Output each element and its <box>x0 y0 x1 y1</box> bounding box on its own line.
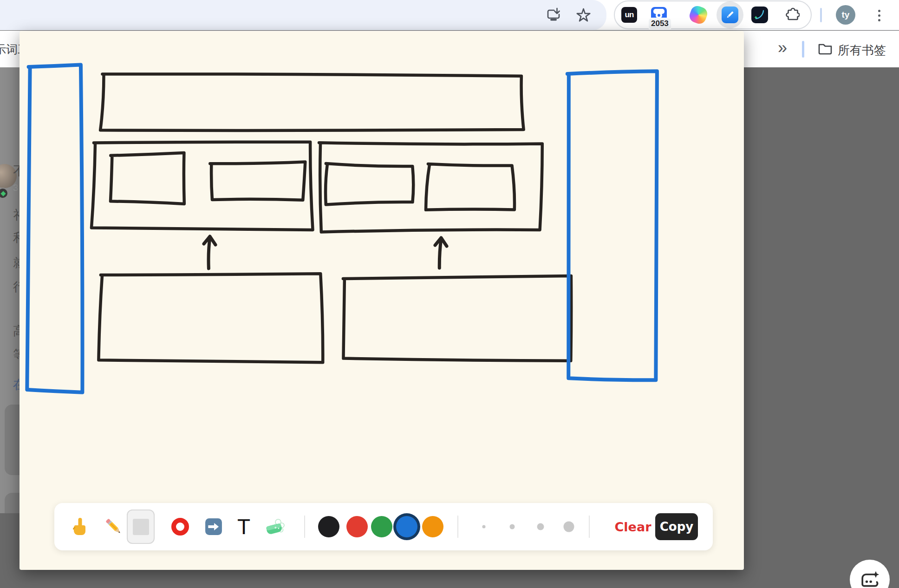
stroke-size-dot-0[interactable] <box>482 525 486 529</box>
background-page-sliver: 不3礼利就行高等在 <box>0 67 20 513</box>
star-glyph <box>575 7 592 24</box>
background-text-snippet: 就 <box>13 255 20 271</box>
extension-curve-icon[interactable] <box>751 7 768 23</box>
extension-annotate-icon[interactable] <box>722 7 738 23</box>
pointer-tool[interactable] <box>72 517 88 536</box>
extension-count-badge: 2053 <box>648 18 672 30</box>
drawn-rectangle-2 <box>111 153 184 204</box>
background-text-snippet: 利 <box>13 229 20 246</box>
drawn-rectangle-7 <box>98 274 323 362</box>
puzzle-glyph <box>783 6 800 22</box>
annotation-canvas[interactable]: T Clear Cop <box>20 31 744 570</box>
drawn-blue-rectangle-0 <box>27 65 82 392</box>
background-text-snippet: 行 <box>13 279 20 295</box>
toolbar-divider <box>457 516 458 538</box>
arrow-tool[interactable] <box>205 518 222 536</box>
robot-icon <box>858 568 882 588</box>
clear-button[interactable]: Clear <box>615 520 651 534</box>
annotator-toolbar: T Clear Cop <box>54 503 713 550</box>
install-download-icon[interactable] <box>542 0 565 30</box>
background-text-snippet: 3 <box>13 183 18 193</box>
toolbar-divider <box>820 8 822 22</box>
drawn-rectangle-4 <box>319 143 542 232</box>
drawn-rectangle-3 <box>210 162 305 200</box>
un-label: un <box>625 10 634 20</box>
background-card-sliver <box>5 405 20 475</box>
toolbar-divider <box>304 516 305 538</box>
pencil-icon <box>104 517 124 536</box>
text-tool[interactable]: T <box>237 514 250 539</box>
address-bar[interactable] <box>0 0 606 30</box>
arrow-icon <box>205 518 222 536</box>
avatar-initials: ty <box>842 10 850 20</box>
bookmarks-divider <box>802 41 804 58</box>
drawn-rectangle-5 <box>326 163 413 204</box>
copy-button[interactable]: Copy <box>655 513 698 540</box>
curve-glyph <box>751 7 768 23</box>
background-card-sliver <box>5 493 20 513</box>
profile-avatar[interactable]: ty <box>836 5 855 25</box>
sketch-layer <box>20 31 744 570</box>
extension-gradient-icon[interactable] <box>688 4 709 26</box>
background-text-snippet: 礼 <box>13 207 20 223</box>
eraser-tool[interactable] <box>264 518 286 536</box>
drawn-rectangle-8 <box>343 276 571 361</box>
background-text-snippet: 在 <box>13 376 20 393</box>
color-swatch-2[interactable] <box>371 516 392 537</box>
background-avatar-badge <box>0 188 8 199</box>
color-swatch-3[interactable] <box>396 516 417 537</box>
background-text-snippet: 等 <box>13 346 20 363</box>
stroke-size-dot-2[interactable] <box>537 523 544 530</box>
drawn-rectangle-0 <box>100 74 524 130</box>
extensions-pill: un 2053 <box>614 0 812 29</box>
browser-toolbar: un 2053 <box>0 0 899 30</box>
drawn-arrow-0 <box>204 236 215 268</box>
rectangle-tool-selected[interactable] <box>127 510 155 544</box>
all-bookmarks-label[interactable]: 所有书签 <box>838 42 886 59</box>
soap-icon <box>264 518 286 536</box>
color-swatch-1[interactable] <box>346 516 368 537</box>
background-text-snippet: 不 <box>13 163 20 179</box>
extensions-puzzle-icon[interactable] <box>783 6 800 24</box>
browser-menu-icon[interactable] <box>875 7 883 24</box>
pencil-edit-glyph <box>722 7 738 23</box>
pencil-tool[interactable] <box>104 517 124 536</box>
folder-icon[interactable] <box>817 41 833 57</box>
bookmark-star-icon[interactable] <box>572 0 594 30</box>
stroke-size-dot-3[interactable] <box>564 522 574 532</box>
extension-un-icon[interactable]: un <box>621 7 637 23</box>
bookmarks-overflow-chevron[interactable]: » <box>778 38 787 58</box>
color-swatch-4[interactable] <box>422 516 443 537</box>
drawn-blue-rectangle-1 <box>567 71 657 380</box>
stroke-size-dot-1[interactable] <box>510 524 515 529</box>
screen: un 2053 <box>0 0 899 588</box>
monitor-download-glyph <box>545 7 562 24</box>
toolbar-divider <box>589 516 590 538</box>
color-swatch-0[interactable] <box>318 516 339 537</box>
circle-tool[interactable] <box>171 518 189 536</box>
background-text-snippet: 高 <box>13 323 20 340</box>
drawn-arrow-1 <box>435 238 447 268</box>
pointing-hand-icon <box>72 517 88 536</box>
drawn-rectangle-6 <box>426 164 515 210</box>
extension-counter-icon[interactable]: 2053 <box>651 7 667 23</box>
